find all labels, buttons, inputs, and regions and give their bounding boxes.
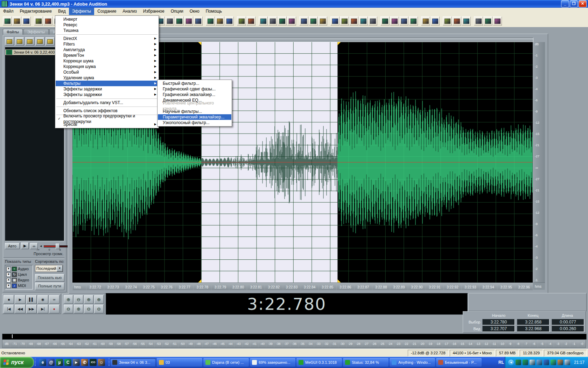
toolbar-icon-button[interactable]: [215, 16, 224, 26]
toolbar-icon-button[interactable]: [309, 16, 318, 26]
menubar-item-Редактирование[interactable]: Редактирование: [17, 8, 55, 15]
checkbox-Видео[interactable]: ×: [6, 278, 11, 282]
effects-menu-item[interactable]: ✓Включить просмотр предпрокрутки и постп…: [56, 116, 158, 122]
ie-icon[interactable]: e: [39, 359, 46, 366]
mail-icon[interactable]: @: [48, 359, 55, 366]
filters-submenu-item[interactable]: Параметрический эквалайзер...: [158, 114, 231, 120]
menubar-item-Избранное[interactable]: Избранное: [140, 8, 168, 15]
menubar-item-Вид[interactable]: Вид: [55, 8, 69, 15]
ico-icon[interactable]: ICO: [90, 359, 97, 366]
zoom-button-row1-1[interactable]: ⊖: [74, 295, 83, 304]
scheduler-tray-icon[interactable]: [537, 360, 542, 365]
bitcomet-tray-icon[interactable]: [523, 360, 528, 365]
toolbar-icon-button[interactable]: [443, 16, 452, 26]
toolbar-icon-button[interactable]: [349, 16, 358, 26]
bitcomet-icon[interactable]: C: [64, 359, 71, 366]
minimize-button[interactable]: _: [561, 0, 569, 7]
toolbar-icon-button[interactable]: [34, 16, 43, 26]
filters-submenu-item[interactable]: Узкополосный фильтр...: [158, 120, 231, 125]
toolbar-icon-button[interactable]: [206, 16, 215, 26]
messenger-tray-icon[interactable]: [530, 360, 535, 365]
toolbar-icon-button[interactable]: [359, 16, 368, 26]
toolbar-icon-button[interactable]: [22, 16, 31, 26]
zoom-button-row2-3[interactable]: ⊖: [94, 305, 104, 313]
toolbar-icon-button[interactable]: [175, 16, 184, 26]
rewind-button[interactable]: ◀◀: [15, 305, 25, 313]
menubar-item-Анализ[interactable]: Анализ: [119, 8, 140, 15]
selection-value-cell[interactable]: 3:22.780: [482, 319, 515, 325]
filters-submenu-item[interactable]: Графический сдвиг фазы...: [158, 86, 231, 92]
menubar-item-Окно[interactable]: Окно: [187, 8, 203, 15]
utorrent-tray-icon[interactable]: [516, 360, 521, 365]
toolbar-icon-button[interactable]: [299, 16, 308, 26]
files-toolbar-button[interactable]: [25, 37, 34, 46]
taskbar-window-button[interactable]: Зенки 04 v. 06 3...: [110, 358, 156, 367]
sort-by-combobox[interactable]: Последний д ▼: [35, 265, 63, 272]
toolbar-icon-button[interactable]: [493, 16, 502, 26]
play-button[interactable]: ▶: [15, 295, 25, 304]
files-toolbar-button[interactable]: [15, 37, 24, 46]
close-button[interactable]: ✕: [579, 0, 587, 7]
files-toolbar-button[interactable]: [46, 37, 55, 46]
selection-value-cell[interactable]: 0:00.260: [552, 326, 584, 332]
utorrent-icon[interactable]: µ: [56, 359, 63, 366]
avatar-icon[interactable]: ☺: [98, 359, 105, 366]
updown-tray-icon[interactable]: [551, 360, 556, 365]
pause-button[interactable]: ▌▌: [26, 295, 37, 304]
effects-menu-item[interactable]: Фильтры▶: [56, 81, 158, 86]
start-button[interactable]: пуск: [0, 357, 34, 368]
effects-menu-item[interactable]: Filters▶: [56, 41, 158, 47]
menubar-item-Опции[interactable]: Опции: [168, 8, 187, 15]
menubar-item-Эффекты[interactable]: Эффекты: [69, 8, 94, 15]
effects-menu-item[interactable]: DirectX▶: [56, 36, 158, 41]
effects-menu-item[interactable]: Удаление шума▶: [56, 75, 158, 81]
toolbar-icon-button[interactable]: [268, 16, 277, 26]
toolbar-icon-button[interactable]: [3, 16, 12, 26]
loop-button[interactable]: ∞: [49, 295, 59, 304]
checkbox-MIDI[interactable]: ×: [6, 284, 11, 288]
taskbar-window-button[interactable]: Anything - Windo...: [390, 358, 435, 367]
files-panel-tab-Эффекты[interactable]: Эффекты: [23, 29, 49, 35]
effects-menu-item[interactable]: Тишина: [56, 28, 158, 33]
toolbar-icon-button[interactable]: [225, 16, 234, 26]
toolbar-icon-button[interactable]: [287, 16, 296, 26]
toolbar-icon-button[interactable]: [340, 16, 349, 26]
network-tray-icon[interactable]: [544, 360, 549, 365]
effects-menu-item[interactable]: Особый▶: [56, 69, 158, 75]
fast-forward-button[interactable]: ▶▶: [26, 305, 37, 313]
play-looped-button[interactable]: ◉: [37, 295, 48, 304]
toolbar-icon-button[interactable]: [474, 16, 483, 26]
selection-value-cell[interactable]: 0:00.077: [552, 319, 584, 325]
zoom-button-row2-2[interactable]: ⊖: [84, 305, 93, 313]
restore-button[interactable]: ❐: [570, 0, 578, 7]
mail-tray-icon[interactable]: [565, 360, 570, 365]
toolbar-icon-button[interactable]: [318, 16, 327, 26]
phone-icon[interactable]: ✆: [81, 359, 88, 366]
effects-menu-item[interactable]: Коррекци шума▶: [56, 58, 158, 64]
effects-menu-item[interactable]: Амплитуда▶: [56, 47, 158, 53]
volume-left-arrow[interactable]: ◄: [39, 244, 42, 248]
effects-menu-item[interactable]: Добавить/удалить папку VST...: [56, 100, 158, 105]
filters-submenu-item[interactable]: Научные фильтры...: [158, 109, 231, 114]
checkbox-Аудио[interactable]: ×: [6, 267, 11, 271]
toolbar-icon-button[interactable]: [430, 16, 440, 26]
filters-submenu-item[interactable]: Графический эквалайзер...: [158, 92, 231, 97]
toolbar-icon-button[interactable]: [278, 16, 287, 26]
toolbar-icon-button[interactable]: [194, 16, 203, 26]
toolbar-icon-button[interactable]: [237, 16, 246, 26]
effects-menu-item[interactable]: Время/Тон▶: [56, 53, 158, 58]
stop-button[interactable]: ■: [4, 295, 14, 304]
preview-volume-slider[interactable]: [44, 244, 67, 248]
toolbar-icon-button[interactable]: [390, 16, 399, 26]
menubar-item-Создание[interactable]: Создание: [94, 8, 119, 15]
toolbar-icon-button[interactable]: [399, 16, 408, 26]
taskbar-window-button[interactable]: 03: [157, 358, 202, 367]
menubar-item-Помощь[interactable]: Помощь: [203, 8, 225, 15]
toolbar-icon-button[interactable]: [12, 16, 21, 26]
filters-submenu-item[interactable]: Извлечение центрального канала...: [158, 103, 231, 109]
files-toolbar-button[interactable]: [35, 37, 44, 46]
media-player-icon[interactable]: ►: [73, 359, 80, 366]
toolbar-icon-button[interactable]: [409, 16, 418, 26]
zoom-button-row1-2[interactable]: ⊕: [84, 295, 93, 304]
preview-play-button[interactable]: ▶: [21, 243, 29, 249]
